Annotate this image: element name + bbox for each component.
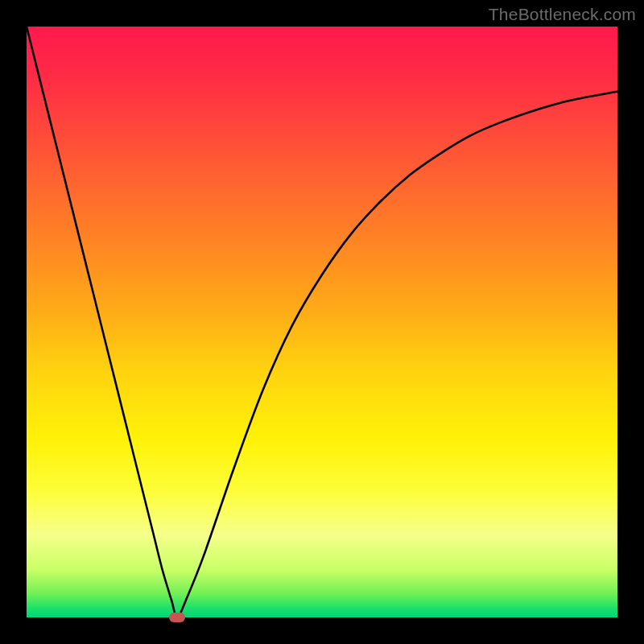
chart-frame: TheBottleneck.com: [0, 0, 644, 644]
watermark-text: TheBottleneck.com: [489, 5, 636, 24]
plot-background-gradient: [27, 27, 617, 617]
